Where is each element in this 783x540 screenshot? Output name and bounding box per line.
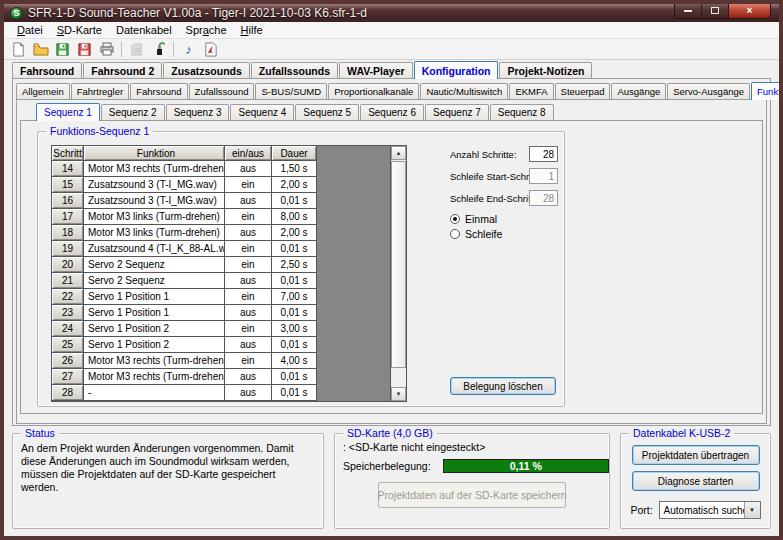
- cell-einaus[interactable]: ein: [225, 289, 272, 305]
- table-row[interactable]: 28 - aus 0,01 s: [52, 385, 317, 401]
- cell-dauer[interactable]: 0,01 s: [272, 273, 317, 289]
- anzahl-schritte-input[interactable]: [529, 146, 558, 162]
- sequence-tab[interactable]: Sequenz 4: [230, 104, 294, 120]
- belegung-loeschen-button[interactable]: Belegung löschen: [450, 377, 556, 395]
- cell-funktion[interactable]: Motor M3 links (Turm-drehen): [84, 209, 225, 225]
- cell-dauer[interactable]: 0,01 s: [272, 385, 317, 401]
- row-header-schritt[interactable]: 14: [52, 161, 84, 177]
- row-header-schritt[interactable]: 17: [52, 209, 84, 225]
- cell-einaus[interactable]: aus: [225, 193, 272, 209]
- row-header-schritt[interactable]: 19: [52, 241, 84, 257]
- config-tab[interactable]: Nautic/Multiswitch: [420, 83, 508, 99]
- cell-einaus[interactable]: ein: [225, 257, 272, 273]
- config-tab[interactable]: Fahrtregler: [71, 83, 129, 99]
- cell-dauer[interactable]: 2,00 s: [272, 177, 317, 193]
- cell-dauer[interactable]: 3,00 s: [272, 321, 317, 337]
- cell-dauer[interactable]: 8,00 s: [272, 209, 317, 225]
- radio-einmal-icon[interactable]: [450, 214, 460, 224]
- table-row[interactable]: 15 Zusatzsound 3 (T-I_MG.wav) ein 2,00 s: [52, 177, 317, 193]
- cell-funktion[interactable]: -: [84, 385, 225, 401]
- cell-funktion[interactable]: Zusatzsound 3 (T-I_MG.wav): [84, 177, 225, 193]
- config-tab[interactable]: Steuerpad: [555, 83, 611, 99]
- cell-dauer[interactable]: 2,00 s: [272, 225, 317, 241]
- sequence-tab[interactable]: Sequenz 1: [36, 103, 100, 121]
- cell-einaus[interactable]: ein: [225, 209, 272, 225]
- config-tab[interactable]: S-BUS/SUMD: [255, 83, 327, 99]
- cell-einaus[interactable]: aus: [225, 385, 272, 401]
- main-tab[interactable]: Projekt-Notizen: [499, 62, 592, 78]
- main-tab[interactable]: Fahrsound: [12, 62, 82, 78]
- cell-funktion[interactable]: Motor M3 links (Turm-drehen): [84, 225, 225, 241]
- table-row[interactable]: 16 Zusatzsound 3 (T-I_MG.wav) aus 0,01 s: [52, 193, 317, 209]
- row-header-schritt[interactable]: 24: [52, 321, 84, 337]
- cell-funktion[interactable]: Zusatzsound 4 (T-I_K_88-AL.wav): [84, 241, 225, 257]
- cell-einaus[interactable]: aus: [225, 161, 272, 177]
- cell-funktion[interactable]: Servo 1 Position 2: [84, 321, 225, 337]
- sequence-tab[interactable]: Sequenz 8: [490, 104, 554, 120]
- cell-einaus[interactable]: aus: [225, 337, 272, 353]
- row-header-schritt[interactable]: 20: [52, 257, 84, 273]
- table-row[interactable]: 19 Zusatzsound 4 (T-I_K_88-AL.wav) ein 0…: [52, 241, 317, 257]
- sequence-tab[interactable]: Sequenz 5: [295, 104, 359, 120]
- cell-funktion[interactable]: Servo 1 Position 1: [84, 289, 225, 305]
- config-tab[interactable]: Fahrsound: [130, 83, 187, 99]
- cell-funktion[interactable]: Servo 1 Position 2: [84, 337, 225, 353]
- cell-funktion[interactable]: Servo 2 Sequenz: [84, 273, 225, 289]
- pdf-manual-icon[interactable]: [200, 40, 221, 59]
- table-row[interactable]: 14 Motor M3 rechts (Turm-drehen) aus 1,5…: [52, 161, 317, 177]
- sequence-tab[interactable]: Sequenz 3: [166, 104, 230, 120]
- cell-dauer[interactable]: 0,01 s: [272, 241, 317, 257]
- menu-item[interactable]: SD-Karte: [50, 23, 109, 37]
- table-row[interactable]: 27 Motor M3 rechts (Turm-drehen) aus 0,0…: [52, 369, 317, 385]
- save-project-as-icon[interactable]: [74, 40, 95, 59]
- main-tab[interactable]: Fahrsound 2: [83, 62, 162, 78]
- cell-funktion[interactable]: Servo 2 Sequenz: [84, 257, 225, 273]
- config-tab[interactable]: Servo-Ausgänge: [667, 83, 750, 99]
- minimize-button[interactable]: [675, 3, 702, 18]
- row-header-schritt[interactable]: 15: [52, 177, 84, 193]
- table-row[interactable]: 17 Motor M3 links (Turm-drehen) ein 8,00…: [52, 209, 317, 225]
- cell-dauer[interactable]: 1,50 s: [272, 161, 317, 177]
- cell-einaus[interactable]: aus: [225, 273, 272, 289]
- table-row[interactable]: 20 Servo 2 Sequenz ein 2,50 s: [52, 257, 317, 273]
- sequence-tab[interactable]: Sequenz 2: [101, 104, 165, 120]
- cell-einaus[interactable]: aus: [225, 305, 272, 321]
- config-tab[interactable]: Allgemein: [16, 83, 70, 99]
- cell-funktion[interactable]: Zusatzsound 3 (T-I_MG.wav): [84, 193, 225, 209]
- radio-einmal[interactable]: Einmal: [450, 212, 558, 226]
- chevron-down-icon[interactable]: ▼: [744, 502, 760, 518]
- cell-funktion[interactable]: Motor M3 rechts (Turm-drehen): [84, 161, 225, 177]
- config-tab[interactable]: EKMFA: [509, 83, 553, 99]
- vertical-scrollbar[interactable]: ▲ ▼: [391, 146, 406, 401]
- port-select[interactable]: Automatisch suchen ▼: [659, 501, 761, 519]
- cell-einaus[interactable]: ein: [225, 321, 272, 337]
- menu-item[interactable]: Datei: [10, 23, 50, 37]
- scroll-down-icon[interactable]: ▼: [391, 387, 406, 401]
- sequence-tab[interactable]: Sequenz 7: [425, 104, 489, 120]
- row-header-schritt[interactable]: 26: [52, 353, 84, 369]
- row-header-schritt[interactable]: 28: [52, 385, 84, 401]
- cell-dauer[interactable]: 7,00 s: [272, 289, 317, 305]
- diagnose-starten-button[interactable]: Diagnose starten: [632, 471, 760, 491]
- menu-item[interactable]: Sprache: [179, 23, 234, 37]
- menu-item[interactable]: Hilfe: [234, 23, 270, 37]
- radio-schleife-icon[interactable]: [450, 229, 460, 239]
- title-bar[interactable]: S SFR-1-D Sound-Teacher V1.00a - Tiger-I…: [4, 4, 779, 22]
- usb-cable-icon[interactable]: [148, 40, 169, 59]
- menu-item[interactable]: Datenkabel: [109, 23, 179, 37]
- config-tab[interactable]: Funktions-Sequenzen: [751, 82, 783, 100]
- maximize-button[interactable]: [702, 3, 729, 18]
- cell-dauer[interactable]: 0,01 s: [272, 305, 317, 321]
- play-sound-icon[interactable]: ♪: [178, 40, 199, 59]
- cell-funktion[interactable]: Motor M3 rechts (Turm-drehen): [84, 369, 225, 385]
- new-file-icon[interactable]: [8, 40, 29, 59]
- row-header-schritt[interactable]: 16: [52, 193, 84, 209]
- main-tab[interactable]: Zusatzsounds: [163, 62, 250, 78]
- config-tab[interactable]: Ausgänge: [611, 83, 666, 99]
- table-row[interactable]: 26 Motor M3 rechts (Turm-drehen) ein 4,0…: [52, 353, 317, 369]
- table-row[interactable]: 22 Servo 1 Position 1 ein 7,00 s: [52, 289, 317, 305]
- cell-funktion[interactable]: Motor M3 rechts (Turm-drehen): [84, 353, 225, 369]
- table-row[interactable]: 25 Servo 1 Position 2 aus 0,01 s: [52, 337, 317, 353]
- cell-einaus[interactable]: ein: [225, 241, 272, 257]
- row-header-schritt[interactable]: 21: [52, 273, 84, 289]
